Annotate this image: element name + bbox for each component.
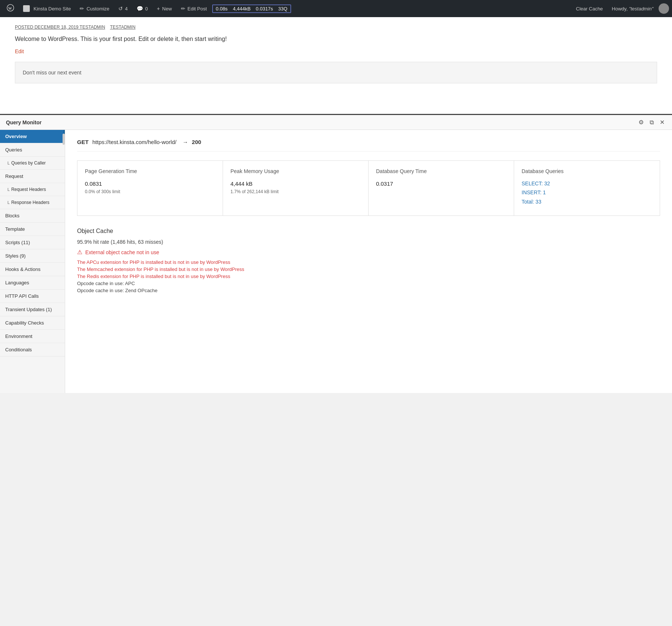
sidebar-item-6[interactable]: Blocks <box>0 209 65 223</box>
customize-label: Customize <box>86 6 109 12</box>
settings-icon[interactable]: ⚙ <box>637 118 645 127</box>
request-line: GET https://test.kinsta.com/hello-world/… <box>77 139 660 151</box>
sidebar-item-1[interactable]: Queries <box>0 143 65 157</box>
qm-header: Query Monitor ⚙ ⧉ ✕ <box>0 115 672 130</box>
comments-count: 0 <box>145 6 148 12</box>
request-status: 200 <box>192 139 201 145</box>
site-name-button[interactable]: Kinsta Demo Site <box>19 0 74 17</box>
qm-title: Query Monitor <box>6 119 42 125</box>
sidebar-item-label-3: Request <box>5 173 23 179</box>
sidebar-item-3[interactable]: Request <box>0 170 65 183</box>
stat-value-2: 0.0317 <box>376 179 506 188</box>
comments-icon: 💬 <box>137 6 143 12</box>
sub-arrow-icon: L <box>7 161 10 165</box>
comments-button[interactable]: 💬 0 <box>133 0 152 17</box>
customize-icon: ✏ <box>80 6 84 12</box>
request-arrow: → <box>182 139 188 145</box>
sidebar-item-label-16: Conditionals <box>5 347 32 352</box>
svg-text:W: W <box>8 6 12 10</box>
cache-error-2: The Redis extension for PHP is installed… <box>77 274 660 279</box>
sidebar-item-label-13: Transient Updates (1) <box>5 307 52 312</box>
db-query-link-0[interactable]: SELECT: 32 <box>522 179 652 188</box>
edit-post-label: Edit Post <box>188 6 207 12</box>
sidebar-item-5[interactable]: L Response Headers <box>0 196 65 209</box>
stat-peak-memory: Peak Memory Usage 4,444 kB 1.7% of 262,1… <box>223 161 369 215</box>
site-name-label: Kinsta Demo Site <box>34 6 71 12</box>
stat-label-1: Peak Memory Usage <box>230 168 361 174</box>
sidebar-item-4[interactable]: L Request Headers <box>0 183 65 196</box>
sidebar-item-14[interactable]: Capability Checks <box>0 316 65 330</box>
qm-stats-button[interactable]: 0.08s 4,444kB 0.0317s 33Q <box>212 4 291 13</box>
new-button[interactable]: + New <box>153 0 175 17</box>
cache-hit-rate: 95.9% hit rate (1,486 hits, 63 misses) <box>77 239 660 245</box>
stat-label-3: Database Queries <box>522 168 652 174</box>
object-cache-title: Object Cache <box>77 228 660 234</box>
sidebar-item-label-0: Overview <box>5 134 27 139</box>
sidebar-item-15[interactable]: Environment <box>0 330 65 343</box>
qm-memory: 4,444kB <box>233 6 251 12</box>
cache-error-1: The Memcached extension for PHP is insta… <box>77 266 660 272</box>
request-url: https://test.kinsta.com/hello-world/ <box>92 139 176 145</box>
post-author[interactable]: TESTADMIN <box>110 25 135 30</box>
sidebar-item-7[interactable]: Template <box>0 223 65 236</box>
wp-logo-button[interactable]: W <box>3 0 18 17</box>
howdy-text: Howdy, "testadmin" <box>608 6 657 12</box>
stat-page-gen-time: Page Generation Time 0.0831 0.0% of 300s… <box>77 161 223 215</box>
qm-query-time: 0.0317s <box>256 6 273 12</box>
db-query-link-2[interactable]: Total: 33 <box>522 198 652 206</box>
stats-grid: Page Generation Time 0.0831 0.0% of 300s… <box>77 160 660 216</box>
expand-icon[interactable]: ⧉ <box>648 118 655 127</box>
sidebar-item-2[interactable]: L Queries by Caller <box>0 157 65 170</box>
sidebar-items: OverviewQueriesL Queries by CallerReques… <box>0 130 65 357</box>
revisions-button[interactable]: ↺ 4 <box>115 0 131 17</box>
sidebar-item-label-15: Environment <box>5 333 32 339</box>
new-label: New <box>162 6 172 12</box>
dont-miss-text: Don't miss our next event <box>23 70 82 76</box>
stat-db-query-time: Database Query Time 0.0317 <box>369 161 514 215</box>
dont-miss-box: Don't miss our next event <box>15 62 657 83</box>
sidebar-item-label-5: Response Headers <box>11 200 50 205</box>
sidebar-item-label-7: Template <box>5 226 25 232</box>
post-meta: POSTED DECEMBER 18, 2019 TESTADMIN TESTA… <box>15 25 657 30</box>
qm-queries: 33Q <box>278 6 287 12</box>
sidebar-item-label-1: Queries <box>5 147 22 153</box>
close-icon[interactable]: ✕ <box>658 118 666 127</box>
sidebar-item-11[interactable]: Languages <box>0 276 65 290</box>
edit-post-button[interactable]: ✏ Edit Post <box>177 0 211 17</box>
admin-bar: W Kinsta Demo Site ✏ Customize ↺ 4 💬 0 +… <box>0 0 672 17</box>
sidebar-item-8[interactable]: Scripts (11) <box>0 236 65 249</box>
stat-sub-1: 1.7% of 262,144 kB limit <box>230 188 361 195</box>
sidebar-item-9[interactable]: Styles (9) <box>0 249 65 263</box>
sidebar-item-16[interactable]: Conditionals <box>0 343 65 357</box>
warning-icon: ⚠ <box>77 249 82 256</box>
post-date[interactable]: POSTED DECEMBER 18, 2019 TESTADMIN <box>15 25 105 30</box>
post-body: Welcome to WordPress. This is your first… <box>15 36 657 42</box>
plus-icon: + <box>157 6 160 12</box>
sub-arrow-icon: L <box>7 187 10 192</box>
db-query-link-1[interactable]: INSERT: 1 <box>522 188 652 197</box>
query-monitor-panel: Query Monitor ⚙ ⧉ ✕ OverviewQueriesL Que… <box>0 114 672 393</box>
sub-arrow-icon: L <box>7 200 10 205</box>
sidebar-item-label-8: Scripts (11) <box>5 240 30 245</box>
stat-label-2: Database Query Time <box>376 168 506 174</box>
sidebar-item-label-11: Languages <box>5 280 29 285</box>
sidebar-item-label-4: Request Headers <box>11 187 46 192</box>
page-content: POSTED DECEMBER 18, 2019 TESTADMIN TESTA… <box>0 17 672 114</box>
edit-link[interactable]: Edit <box>15 48 657 54</box>
stat-db-queries: Database Queries SELECT: 32INSERT: 1Tota… <box>514 161 660 215</box>
revisions-count: 4 <box>125 6 128 12</box>
qm-time: 0.08s <box>216 6 228 12</box>
wp-logo-icon: W <box>7 4 14 13</box>
sidebar-item-0[interactable]: Overview <box>0 130 65 143</box>
sidebar-item-12[interactable]: HTTP API Calls <box>0 290 65 303</box>
qm-body: OverviewQueriesL Queries by CallerReques… <box>0 130 672 393</box>
sidebar-item-10[interactable]: Hooks & Actions <box>0 263 65 276</box>
clear-cache-button[interactable]: Clear Cache <box>572 6 606 12</box>
cache-warning-text: External object cache not in use <box>85 249 159 255</box>
edit-icon: ✏ <box>181 6 185 12</box>
stat-value-3: SELECT: 32INSERT: 1Total: 33 <box>522 179 652 206</box>
sidebar-scrollbar-thumb[interactable] <box>63 134 65 145</box>
customize-button[interactable]: ✏ Customize <box>76 0 113 17</box>
sidebar-item-label-6: Blocks <box>5 213 19 218</box>
sidebar-item-13[interactable]: Transient Updates (1) <box>0 303 65 316</box>
